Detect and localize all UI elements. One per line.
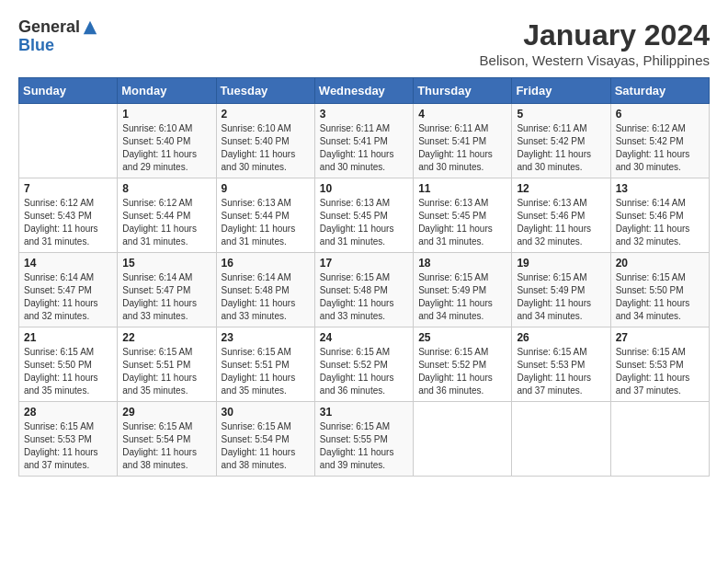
calendar-cell — [414, 402, 512, 477]
day-info: Sunrise: 6:15 AMSunset: 5:48 PMDaylight:… — [320, 271, 408, 323]
day-number: 21 — [24, 331, 112, 344]
day-number: 7 — [24, 182, 112, 195]
day-number: 4 — [418, 108, 506, 121]
weekday-header-tuesday: Tuesday — [216, 78, 314, 104]
day-number: 13 — [616, 182, 704, 195]
day-info: Sunrise: 6:15 AMSunset: 5:52 PMDaylight:… — [320, 346, 408, 397]
calendar-cell: 29Sunrise: 6:15 AMSunset: 5:54 PMDayligh… — [118, 402, 216, 477]
day-number: 9 — [222, 182, 310, 195]
calendar-week-row: 7Sunrise: 6:12 AMSunset: 5:43 PMDaylight… — [19, 178, 710, 253]
calendar-table: SundayMondayTuesdayWednesdayThursdayFrid… — [18, 77, 710, 477]
day-info: Sunrise: 6:10 AMSunset: 5:40 PMDaylight:… — [222, 122, 310, 174]
logo-icon — [82, 19, 98, 36]
calendar-cell: 12Sunrise: 6:13 AMSunset: 5:46 PMDayligh… — [512, 178, 610, 253]
day-info: Sunrise: 6:11 AMSunset: 5:42 PMDaylight:… — [517, 122, 605, 174]
day-info: Sunrise: 6:15 AMSunset: 5:49 PMDaylight:… — [517, 271, 605, 323]
day-number: 23 — [222, 331, 310, 344]
day-info: Sunrise: 6:15 AMSunset: 5:50 PMDaylight:… — [616, 271, 704, 323]
calendar-cell: 22Sunrise: 6:15 AMSunset: 5:51 PMDayligh… — [118, 327, 216, 402]
logo-blue: Blue — [18, 37, 98, 55]
calendar-week-row: 1Sunrise: 6:10 AMSunset: 5:40 PMDaylight… — [19, 104, 710, 178]
day-info: Sunrise: 6:15 AMSunset: 5:51 PMDaylight:… — [222, 346, 310, 397]
day-info: Sunrise: 6:15 AMSunset: 5:53 PMDaylight:… — [616, 346, 704, 397]
day-number: 17 — [320, 257, 408, 270]
day-number: 5 — [517, 108, 605, 121]
calendar-cell: 6Sunrise: 6:12 AMSunset: 5:42 PMDaylight… — [610, 104, 709, 178]
day-info: Sunrise: 6:11 AMSunset: 5:41 PMDaylight:… — [418, 122, 506, 174]
weekday-header-sunday: Sunday — [19, 78, 118, 104]
day-number: 25 — [418, 331, 506, 344]
calendar-cell: 8Sunrise: 6:12 AMSunset: 5:44 PMDaylight… — [118, 178, 216, 253]
weekday-header-saturday: Saturday — [610, 78, 709, 104]
location-subtitle: Belison, Western Visayas, Philippines — [480, 52, 710, 68]
day-number: 26 — [517, 331, 605, 344]
calendar-week-row: 28Sunrise: 6:15 AMSunset: 5:53 PMDayligh… — [19, 402, 710, 477]
day-info: Sunrise: 6:15 AMSunset: 5:53 PMDaylight:… — [517, 346, 605, 397]
day-number: 30 — [222, 406, 310, 419]
day-info: Sunrise: 6:15 AMSunset: 5:51 PMDaylight:… — [122, 346, 210, 397]
page-header: General Blue January 2024 Belison, Weste… — [18, 18, 710, 68]
day-info: Sunrise: 6:12 AMSunset: 5:44 PMDaylight:… — [122, 197, 210, 248]
day-info: Sunrise: 6:15 AMSunset: 5:50 PMDaylight:… — [24, 346, 112, 397]
day-number: 2 — [222, 108, 310, 121]
day-info: Sunrise: 6:13 AMSunset: 5:44 PMDaylight:… — [222, 197, 310, 248]
calendar-cell: 21Sunrise: 6:15 AMSunset: 5:50 PMDayligh… — [19, 327, 118, 402]
calendar-cell: 16Sunrise: 6:14 AMSunset: 5:48 PMDayligh… — [216, 253, 314, 327]
day-info: Sunrise: 6:14 AMSunset: 5:47 PMDaylight:… — [24, 271, 112, 323]
calendar-cell: 27Sunrise: 6:15 AMSunset: 5:53 PMDayligh… — [610, 327, 709, 402]
day-number: 12 — [517, 182, 605, 195]
day-info: Sunrise: 6:10 AMSunset: 5:40 PMDaylight:… — [122, 122, 210, 174]
day-info: Sunrise: 6:15 AMSunset: 5:54 PMDaylight:… — [222, 420, 310, 472]
weekday-header-thursday: Thursday — [414, 78, 512, 104]
day-number: 19 — [517, 257, 605, 270]
day-info: Sunrise: 6:13 AMSunset: 5:45 PMDaylight:… — [320, 197, 408, 248]
calendar-cell: 2Sunrise: 6:10 AMSunset: 5:40 PMDaylight… — [216, 104, 314, 178]
day-info: Sunrise: 6:12 AMSunset: 5:43 PMDaylight:… — [24, 197, 112, 248]
calendar-cell: 25Sunrise: 6:15 AMSunset: 5:52 PMDayligh… — [414, 327, 512, 402]
calendar-cell: 24Sunrise: 6:15 AMSunset: 5:52 PMDayligh… — [314, 327, 413, 402]
day-info: Sunrise: 6:14 AMSunset: 5:47 PMDaylight:… — [122, 271, 210, 323]
calendar-cell: 14Sunrise: 6:14 AMSunset: 5:47 PMDayligh… — [19, 253, 118, 327]
day-info: Sunrise: 6:14 AMSunset: 5:46 PMDaylight:… — [616, 197, 704, 248]
calendar-cell: 10Sunrise: 6:13 AMSunset: 5:45 PMDayligh… — [314, 178, 413, 253]
calendar-cell: 3Sunrise: 6:11 AMSunset: 5:41 PMDaylight… — [314, 104, 413, 178]
title-block: January 2024 Belison, Western Visayas, P… — [480, 18, 710, 68]
calendar-cell: 30Sunrise: 6:15 AMSunset: 5:54 PMDayligh… — [216, 402, 314, 477]
weekday-header-monday: Monday — [118, 78, 216, 104]
calendar-cell: 15Sunrise: 6:14 AMSunset: 5:47 PMDayligh… — [118, 253, 216, 327]
calendar-cell: 17Sunrise: 6:15 AMSunset: 5:48 PMDayligh… — [314, 253, 413, 327]
day-info: Sunrise: 6:15 AMSunset: 5:54 PMDaylight:… — [122, 420, 210, 472]
logo-text: General Blue — [18, 18, 98, 55]
logo-general: General — [18, 18, 80, 37]
weekday-header-friday: Friday — [512, 78, 610, 104]
day-number: 27 — [616, 331, 704, 344]
day-number: 6 — [616, 108, 704, 121]
day-number: 14 — [24, 257, 112, 270]
day-number: 3 — [320, 108, 408, 121]
day-number: 28 — [24, 406, 112, 419]
day-number: 15 — [122, 257, 210, 270]
calendar-cell: 20Sunrise: 6:15 AMSunset: 5:50 PMDayligh… — [610, 253, 709, 327]
calendar-cell: 19Sunrise: 6:15 AMSunset: 5:49 PMDayligh… — [512, 253, 610, 327]
day-number: 10 — [320, 182, 408, 195]
calendar-cell: 13Sunrise: 6:14 AMSunset: 5:46 PMDayligh… — [610, 178, 709, 253]
calendar-cell — [19, 104, 118, 178]
day-number: 11 — [418, 182, 506, 195]
day-info: Sunrise: 6:12 AMSunset: 5:42 PMDaylight:… — [616, 122, 704, 174]
weekday-header-row: SundayMondayTuesdayWednesdayThursdayFrid… — [19, 78, 710, 104]
logo: General Blue — [18, 18, 98, 55]
calendar-cell: 4Sunrise: 6:11 AMSunset: 5:41 PMDaylight… — [414, 104, 512, 178]
day-info: Sunrise: 6:15 AMSunset: 5:55 PMDaylight:… — [320, 420, 408, 472]
day-number: 22 — [122, 331, 210, 344]
day-number: 24 — [320, 331, 408, 344]
day-number: 16 — [222, 257, 310, 270]
day-info: Sunrise: 6:13 AMSunset: 5:46 PMDaylight:… — [517, 197, 605, 248]
day-info: Sunrise: 6:13 AMSunset: 5:45 PMDaylight:… — [418, 197, 506, 248]
calendar-cell: 11Sunrise: 6:13 AMSunset: 5:45 PMDayligh… — [414, 178, 512, 253]
month-year-title: January 2024 — [480, 18, 710, 52]
calendar-cell: 9Sunrise: 6:13 AMSunset: 5:44 PMDaylight… — [216, 178, 314, 253]
day-info: Sunrise: 6:15 AMSunset: 5:53 PMDaylight:… — [24, 420, 112, 472]
calendar-week-row: 21Sunrise: 6:15 AMSunset: 5:50 PMDayligh… — [19, 327, 710, 402]
calendar-cell: 7Sunrise: 6:12 AMSunset: 5:43 PMDaylight… — [19, 178, 118, 253]
calendar-cell — [610, 402, 709, 477]
